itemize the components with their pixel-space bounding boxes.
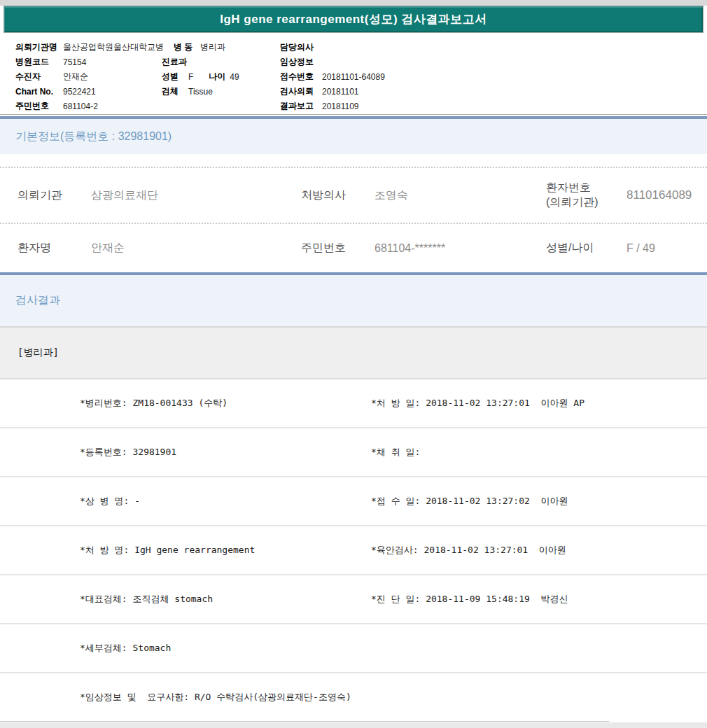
cell-label-requesting-institution: 의뢰기관 xyxy=(18,188,91,203)
field-label: 병원코드 xyxy=(15,56,63,68)
result-right-text: *육안검사: 2018-11-02 13:27:01 이아원 xyxy=(371,544,566,556)
result-row-main-specimen: *대표검체: 조직검체 stomach *진 단 일: 2018-11-09 1… xyxy=(0,574,707,623)
field-label: 의뢰기관명 xyxy=(15,41,63,53)
field-value: 49 xyxy=(230,72,239,82)
field-label: 담당의사 xyxy=(280,41,322,53)
field-value: 20181101-64089 xyxy=(322,72,385,82)
field-value: 20181109 xyxy=(322,102,359,111)
result-right-text: *채 취 일: xyxy=(371,446,420,458)
cell-value-requesting-institution: 삼광의료재단 xyxy=(91,188,301,203)
field-value: 병리과 xyxy=(200,41,225,53)
field-test-requested-date: 검사의뢰 20181101 xyxy=(280,84,385,99)
field-receipt-no: 접수번호 20181101-64089 xyxy=(280,69,385,84)
cell-value-resident-no: 681104-******* xyxy=(374,242,546,255)
label-line-1: 환자번호 xyxy=(546,181,626,195)
field-label: 접수번호 xyxy=(280,71,322,83)
department-label: [병리과] xyxy=(18,346,59,359)
field-label: 검체 xyxy=(162,85,188,97)
field-attending-doctor: 담당의사 xyxy=(280,40,385,55)
result-row-sub-specimen: *세부검체: Stomach xyxy=(0,623,707,672)
field-label: 성별 xyxy=(162,71,188,83)
bottom-divider xyxy=(0,721,609,722)
result-row-registration-no: *등록번호: 32981901 *채 취 일: xyxy=(0,427,707,476)
field-value: 9522421 xyxy=(63,87,96,97)
result-row-order-name: *처 방 명: IgH gene rearrangement *육안검사: 20… xyxy=(0,525,707,574)
field-value: 울산공업학원울산대학교병 xyxy=(63,41,164,53)
result-right-text: *진 단 일: 2018-11-09 15:48:19 박경신 xyxy=(371,593,568,606)
result-row-clinical-request: *임상정보 및 요구사항: R/O 수탁검사(삼광의료재단-조영숙) xyxy=(0,672,707,721)
result-row-diagnosis-name: *상 병 명: - *접 수 일: 2018-11-02 13:27:02 이아… xyxy=(0,476,707,525)
cell-label-patient-no: 환자번호(의뢰기관) xyxy=(546,181,626,210)
basic-info-section-title: 기본정보(등록번호 : 32981901) xyxy=(15,130,172,144)
patient-header-block: 의뢰기관명 울산공업학원울산대학교병 병원코드 75154 수진자 안재순 Ch… xyxy=(0,35,707,114)
bottom-section-strip xyxy=(0,722,707,728)
field-value: 20181101 xyxy=(322,87,359,97)
field-department: 진료과 xyxy=(162,55,239,69)
cell-value-prescribing-doctor: 조영숙 xyxy=(374,188,546,203)
field-label: Chart No. xyxy=(15,87,63,97)
field-value: F xyxy=(188,72,193,82)
field-value: 681104-2 xyxy=(63,102,98,111)
patient-header-column-2: 병 동 병리과 진료과 성별 F 나이 49 검체 Tissue xyxy=(162,40,239,99)
result-right-text: *접 수 일: 2018-11-02 13:27:02 이아원 xyxy=(371,495,568,507)
result-left-text: *등록번호: 32981901 xyxy=(80,446,176,458)
report-title: IgH gene rearrangement(성모) 검사결과보고서 xyxy=(220,11,487,27)
field-requesting-institution: 의뢰기관명 울산공업학원울산대학교병 xyxy=(15,40,164,55)
field-clinical-info: 임상정보 xyxy=(280,55,385,69)
result-left-text: *세부검체: Stomach xyxy=(80,642,171,654)
table-row: 환자명 안재순 주민번호 681104-******* 성별/나이 F / 49 xyxy=(0,223,707,272)
field-specimen: 검체 Tissue xyxy=(162,84,239,99)
result-left-text: *상 병 명: - xyxy=(80,495,140,507)
field-label: 결과보고 xyxy=(280,100,322,112)
patient-header-column-1: 의뢰기관명 울산공업학원울산대학교병 병원코드 75154 수진자 안재순 Ch… xyxy=(15,40,164,113)
cell-label-resident-no: 주민번호 xyxy=(301,241,374,255)
department-row: [병리과] xyxy=(0,328,707,378)
field-label: 임상정보 xyxy=(280,56,322,68)
results-section-title: 검사결과 xyxy=(15,293,60,308)
field-resident-no: 주민번호 681104-2 xyxy=(15,99,164,113)
cell-label-patient-name: 환자명 xyxy=(18,241,91,255)
field-value: Tissue xyxy=(188,87,213,97)
field-label: 진료과 xyxy=(162,56,188,68)
cell-value-sex-age: F / 49 xyxy=(626,242,707,255)
cell-value-patient-name: 안재순 xyxy=(91,241,301,255)
cell-label-prescribing-doctor: 처방의사 xyxy=(301,188,374,203)
header-divider xyxy=(0,114,707,115)
basic-info-table: 의뢰기관 삼광의료재단 처방의사 조영숙 환자번호(의뢰기관) 81101640… xyxy=(0,154,707,272)
result-right-text: *처 방 일: 2018-11-02 13:27:01 이아원 AP xyxy=(371,397,584,410)
field-label: 주민번호 xyxy=(15,100,63,112)
result-left-text: *병리번호: ZM18-001433 (수탁) xyxy=(80,397,227,410)
field-result-reported-date: 결과보고 20181109 xyxy=(280,99,385,113)
results-section-header: 검사결과 xyxy=(0,272,707,326)
patient-header-column-3: 담당의사 임상정보 접수번호 20181101-64089 검사의뢰 20181… xyxy=(280,40,385,113)
cell-value-patient-no: 8110164089 xyxy=(626,188,707,202)
result-left-text: *처 방 명: IgH gene rearrangement xyxy=(80,544,255,556)
field-value: 75154 xyxy=(63,57,86,67)
top-border-strip xyxy=(0,0,707,6)
field-label: 나이 xyxy=(209,71,230,83)
field-label: 검사의뢰 xyxy=(280,85,322,97)
field-sex-age: 성별 F 나이 49 xyxy=(162,69,239,84)
result-left-text: *대표검체: 조직검체 stomach xyxy=(80,593,213,606)
field-label: 수진자 xyxy=(15,71,63,83)
field-value: 안재순 xyxy=(63,71,88,83)
basic-info-section-header: 기본정보(등록번호 : 32981901) xyxy=(0,116,707,154)
result-left-text: *임상정보 및 요구사항: R/O 수탁검사(삼광의료재단-조영숙) xyxy=(80,691,351,704)
label-line-2: (의뢰기관) xyxy=(546,195,626,210)
result-row-pathology-no: *병리번호: ZM18-001433 (수탁) *처 방 일: 2018-11-… xyxy=(0,378,707,427)
field-examinee: 수진자 안재순 xyxy=(15,69,164,84)
field-chart-no: Chart No. 9522421 xyxy=(15,84,164,99)
cell-label-sex-age: 성별/나이 xyxy=(546,241,626,255)
field-hospital-code: 병원코드 75154 xyxy=(15,55,164,69)
report-title-bar: IgH gene rearrangement(성모) 검사결과보고서 xyxy=(4,6,704,33)
field-label: 병 동 xyxy=(174,41,200,53)
results-table: *병리번호: ZM18-001433 (수탁) *처 방 일: 2018-11-… xyxy=(0,378,707,721)
field-ward: 병 동 병리과 xyxy=(162,40,239,55)
table-row: 의뢰기관 삼광의료재단 처방의사 조영숙 환자번호(의뢰기관) 81101640… xyxy=(0,167,707,223)
